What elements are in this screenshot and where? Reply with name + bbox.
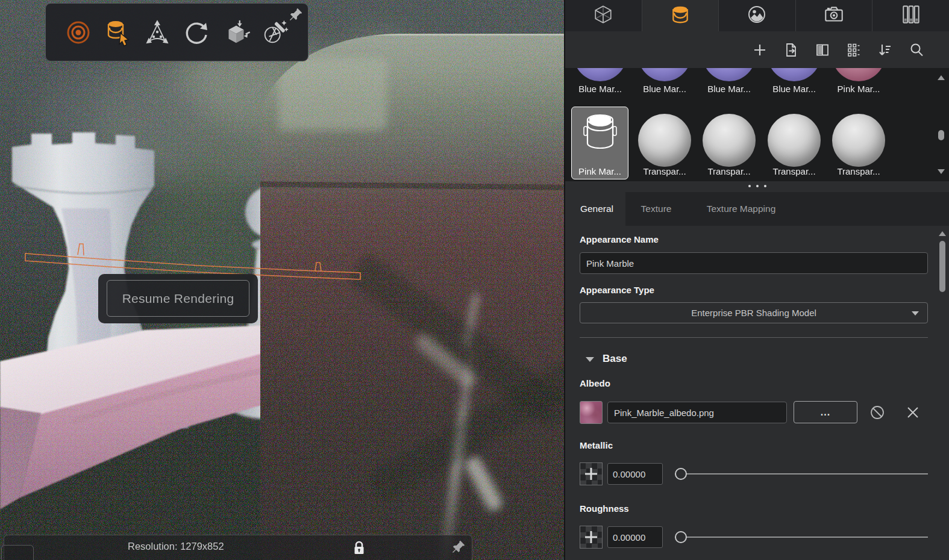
library-item-thumb[interactable] (703, 68, 756, 81)
rotate-icon[interactable] (182, 18, 211, 47)
library-item-label[interactable]: Transpar... (634, 166, 695, 176)
chevron-down-icon (912, 311, 919, 316)
viewport-status-bar: Resolution: 1279x852 (4, 535, 472, 560)
scroll-thumb[interactable] (939, 241, 945, 292)
viewport-toolbar (45, 3, 309, 61)
library-item-thumb[interactable] (638, 68, 691, 81)
tab-environments[interactable] (719, 0, 796, 31)
render-viewport[interactable]: Resume Rendering Resolution: 1279x852 (0, 0, 564, 560)
detail-tabs-strip: Texture Texture Mapping (625, 192, 949, 226)
metallic-value-input[interactable] (607, 463, 663, 485)
library-item-label[interactable]: Blue Mar... (764, 84, 824, 94)
resolution-label: Resolution: 1279x852 (128, 541, 224, 552)
roughness-label: Roughness (580, 503, 629, 514)
paint-bucket-icon (669, 4, 691, 28)
slider-track[interactable] (675, 473, 928, 474)
roughness-slider[interactable] (675, 526, 928, 549)
library-item-thumb[interactable] (768, 114, 821, 167)
library-scrollbar[interactable] (935, 68, 948, 181)
tab-texture[interactable]: Texture (625, 192, 687, 226)
pin-icon[interactable] (290, 7, 303, 23)
remove-texture-icon[interactable] (904, 403, 922, 422)
tab-texture-mapping[interactable]: Texture Mapping (687, 192, 795, 226)
library-item-thumb[interactable] (832, 114, 885, 167)
albedo-file-input[interactable] (607, 402, 787, 423)
import-icon[interactable] (781, 40, 801, 60)
resume-rendering-button[interactable]: Resume Rendering (107, 280, 249, 317)
render-effects-icon[interactable] (261, 18, 290, 47)
appearance-type-label: Appearance Type (580, 285, 654, 295)
library-item-label[interactable]: Blue Mar... (699, 84, 759, 94)
library-item-thumb[interactable] (574, 68, 627, 81)
add-icon[interactable] (750, 40, 769, 60)
resume-rendering-overlay: Resume Rendering (98, 274, 258, 323)
library-item-selected[interactable]: Pink Mar... (571, 107, 628, 179)
camera-icon (822, 3, 845, 28)
metallic-slider[interactable] (675, 462, 928, 485)
general-properties: Appearance Name Appearance Type Enterpri… (565, 226, 949, 560)
metallic-label: Metallic (580, 440, 613, 450)
library-item-thumb[interactable] (703, 114, 756, 167)
tab-general[interactable]: General (568, 191, 625, 226)
properties-scrollbar[interactable] (937, 229, 948, 554)
library-item-label: Pink Mar... (572, 166, 628, 176)
library-item-label[interactable]: Blue Mar... (570, 84, 630, 94)
appearance-library: Blue Mar... Blue Mar... Blue Mar... Blue… (565, 68, 949, 181)
tab-appearances[interactable] (642, 0, 719, 32)
search-icon[interactable] (907, 40, 926, 60)
slider-knob[interactable] (675, 531, 687, 543)
selection-outline (0, 0, 564, 560)
appearance-name-input[interactable] (580, 252, 928, 274)
move-manipulator-icon[interactable] (143, 18, 172, 47)
sort-icon[interactable] (875, 40, 895, 60)
panel-main-tabs (565, 0, 949, 31)
image-icon (747, 4, 767, 27)
render-target-icon[interactable] (64, 18, 93, 47)
appearance-type-select[interactable]: Enterprise PBR Shading Model (580, 302, 928, 323)
tab-cameras[interactable] (796, 0, 873, 31)
library-item-label[interactable]: Pink Mar... (828, 84, 889, 94)
roughness-value-input[interactable] (607, 526, 663, 548)
paint-bucket-thumb-icon (582, 112, 618, 157)
roughness-add-texture-button[interactable] (580, 526, 603, 549)
tab-libraries[interactable] (872, 0, 949, 31)
thumbnail-list-icon[interactable] (844, 40, 863, 60)
browse-texture-button[interactable]: ... (794, 401, 857, 423)
viewport-corner-widget[interactable] (1, 545, 34, 560)
library-item-label[interactable]: Transpar... (764, 166, 824, 176)
detail-tabs: Texture Texture Mapping General (565, 191, 949, 226)
split-view-icon[interactable] (813, 40, 832, 60)
base-section-label[interactable]: Base (603, 353, 627, 365)
appearance-panel: Blue Mar... Blue Mar... Blue Mar... Blue… (564, 0, 949, 560)
albedo-texture-thumb[interactable] (580, 401, 603, 424)
library-toolbar (565, 31, 949, 68)
scroll-down-icon[interactable] (938, 169, 945, 174)
apply-appearance-icon[interactable] (103, 18, 132, 47)
slider-knob[interactable] (675, 468, 687, 480)
section-divider (580, 337, 928, 338)
lock-icon[interactable] (351, 539, 367, 557)
library-item-label[interactable]: Blue Mar... (634, 84, 695, 94)
library-item-thumb[interactable] (768, 68, 821, 81)
panel-splitter-handle[interactable] (565, 181, 949, 191)
shelf-icon (900, 4, 922, 28)
library-item-label[interactable]: Transpar... (699, 166, 759, 176)
appearance-name-label: Appearance Name (580, 234, 659, 244)
library-item-thumb[interactable] (638, 114, 691, 167)
cube-icon (593, 4, 613, 27)
tab-models[interactable] (565, 0, 642, 31)
scroll-up-icon[interactable] (939, 231, 946, 236)
appearance-type-value: Enterprise PBR Shading Model (691, 308, 816, 318)
scroll-thumb[interactable] (938, 130, 944, 140)
disable-texture-icon[interactable] (868, 403, 886, 422)
metallic-add-texture-button[interactable] (580, 462, 603, 485)
pin-icon[interactable] (451, 538, 467, 554)
library-item-thumb[interactable] (832, 68, 885, 81)
snap-object-icon[interactable] (222, 18, 251, 47)
scroll-up-icon[interactable] (938, 75, 945, 80)
base-section-caret-icon[interactable] (586, 357, 594, 362)
slider-track[interactable] (675, 537, 928, 538)
albedo-label: Albedo (580, 378, 610, 388)
library-item-label[interactable]: Transpar... (828, 166, 889, 176)
